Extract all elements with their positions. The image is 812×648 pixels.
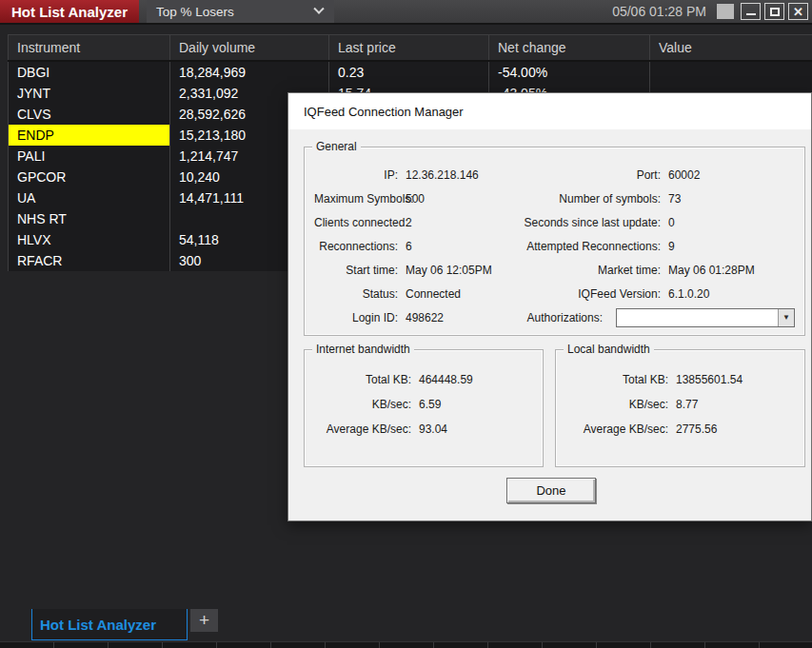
bandwidth-row: Average KB/sec:2775.56 [564, 417, 795, 442]
general-row-login: Login ID: 498622 Authorizations: ▼ [314, 305, 795, 329]
tab-hot-list-analyzer[interactable]: Hot List Analyzer [31, 609, 188, 640]
field-value: 2775.56 [676, 422, 795, 436]
hotlist-dropdown[interactable]: Top % Losers [147, 0, 334, 23]
table-cell[interactable]: PALI [8, 146, 169, 167]
tab-label: Hot List Analyzer [40, 617, 156, 633]
general-row: IP:12.36.218.146Port:60002 [314, 163, 795, 187]
field-label: Start time: [314, 264, 406, 277]
field-value: Connected [406, 287, 520, 301]
general-rows: IP:12.36.218.146Port:60002Maximum Symbol… [314, 163, 795, 305]
table-cell[interactable]: HLVX [8, 229, 169, 250]
bandwidth-row: KB/sec:8.77 [564, 392, 795, 417]
field-value: 12.36.218.146 [406, 168, 520, 182]
column-header[interactable]: Net change [488, 35, 649, 60]
field-label: Total KB: [312, 373, 419, 386]
field-label: Seconds since last update: [520, 216, 668, 229]
column-header[interactable]: Instrument [8, 35, 169, 60]
close-button[interactable]: ✕ [788, 3, 808, 20]
general-legend: General [312, 140, 361, 153]
column-header[interactable]: Last price [328, 35, 488, 60]
add-tab-button[interactable]: + [190, 609, 218, 632]
field-label: Reconnections: [314, 240, 406, 253]
general-row: Reconnections:6Attempted Reconnections:9 [314, 234, 795, 258]
bandwidth-row: Average KB/sec:93.04 [312, 417, 533, 442]
maximize-icon [770, 8, 780, 16]
bandwidth-row: Total KB:464448.59 [312, 367, 533, 392]
field-label: IP: [314, 168, 406, 182]
field-label: KB/sec: [312, 398, 419, 411]
table-cell[interactable]: CLVS [8, 104, 169, 125]
authorizations-label: Authorizations: [527, 311, 610, 324]
field-label: KB/sec: [564, 398, 676, 411]
field-value: 500 [406, 192, 520, 206]
internet-bandwidth-legend: Internet bandwidth [312, 343, 414, 356]
table-cell[interactable]: 0.23 [328, 62, 488, 83]
table-cell[interactable]: 18,284,969 [169, 62, 328, 83]
field-value: 13855601.54 [676, 373, 795, 386]
hotlist-table-header: InstrumentDaily volumeLast priceNet chan… [8, 35, 812, 62]
bandwidth-row: Total KB:13855601.54 [564, 367, 795, 392]
authorizations-row: Authorizations: ▼ [520, 308, 795, 327]
table-cell[interactable]: GPCOR [8, 167, 169, 187]
close-icon: ✕ [793, 6, 803, 18]
table-cell[interactable]: UA [8, 187, 169, 208]
field-label: Clients connected: [314, 216, 406, 229]
field-value: 6.59 [419, 398, 533, 411]
field-label: Status: [314, 287, 406, 301]
field-value: 93.04 [419, 422, 533, 436]
field-label: Maximum Symbols: [314, 192, 406, 206]
column-header[interactable]: Value [649, 35, 812, 60]
table-cell[interactable]: RFACR [8, 250, 169, 271]
table-cell[interactable]: -54.00% [488, 62, 649, 83]
plus-icon: + [199, 610, 209, 631]
dialog-body: General IP:12.36.218.146Port:60002Maximu… [288, 129, 811, 521]
field-value: 8.77 [676, 398, 795, 411]
done-button[interactable]: Done [506, 478, 596, 503]
column-header[interactable]: Daily volume [169, 35, 328, 60]
general-row: Start time:May 06 12:05PMMarket time:May… [314, 258, 795, 282]
bandwidth-row: KB/sec:6.59 [312, 392, 533, 417]
field-label: Market time: [520, 264, 668, 277]
dialog-title[interactable]: IQFeed Connection Manager [288, 93, 811, 129]
field-value: 2 [406, 216, 520, 229]
field-value: 464448.59 [419, 373, 533, 386]
local-bandwidth-groupbox: Local bandwidth Total KB:13855601.54KB/s… [555, 349, 805, 467]
login-id-value: 498622 [406, 311, 520, 324]
field-value: 6 [406, 240, 520, 253]
clock: 05/06 01:28 PM [612, 0, 706, 23]
selected-instrument-cell[interactable]: ENDP [8, 125, 169, 146]
table-cell[interactable]: NHS RT [8, 208, 169, 229]
app-title: Hot List Analyzer [0, 0, 139, 23]
table-cell[interactable]: JYNT [8, 83, 169, 104]
combobox-arrow-button[interactable]: ▼ [778, 309, 794, 326]
minimize-button[interactable] [741, 3, 761, 20]
hotlist-dropdown-value: Top % Losers [156, 5, 234, 19]
titlebar-spacer [334, 0, 612, 23]
minimize-icon [746, 13, 756, 15]
table-cell[interactable] [649, 62, 812, 83]
field-value: May 06 12:05PM [406, 264, 520, 277]
field-value: 73 [668, 192, 795, 206]
internet-bandwidth-rows: Total KB:464448.59KB/sec:6.59Average KB/… [312, 367, 533, 442]
window-swatch-button[interactable] [717, 4, 734, 19]
field-label: IQFeed Version: [520, 287, 668, 301]
internet-bandwidth-groupbox: Internet bandwidth Total KB:464448.59KB/… [304, 349, 544, 467]
bottom-grid-strip [0, 641, 812, 648]
maximize-button[interactable] [764, 3, 784, 20]
field-label: Total KB: [564, 373, 676, 386]
table-cell[interactable]: DBGI [8, 62, 169, 83]
general-row: Maximum Symbols:500Number of symbols:73 [314, 187, 795, 210]
field-value: May 06 01:28PM [668, 264, 795, 277]
window-titlebar[interactable]: Hot List Analyzer Top % Losers 05/06 01:… [0, 0, 812, 25]
field-value: 0 [668, 216, 795, 229]
field-label: Average KB/sec: [312, 422, 419, 436]
field-value: 60002 [668, 168, 795, 182]
chevron-down-icon [313, 4, 324, 14]
authorizations-combobox[interactable]: ▼ [616, 308, 795, 327]
general-groupbox: General IP:12.36.218.146Port:60002Maximu… [304, 147, 805, 336]
local-bandwidth-legend: Local bandwidth [564, 343, 654, 356]
field-label: Attempted Reconnections: [520, 240, 668, 253]
field-label: Port: [520, 168, 668, 182]
authorizations-combobox-value[interactable] [617, 309, 778, 326]
field-value: 9 [668, 240, 795, 253]
